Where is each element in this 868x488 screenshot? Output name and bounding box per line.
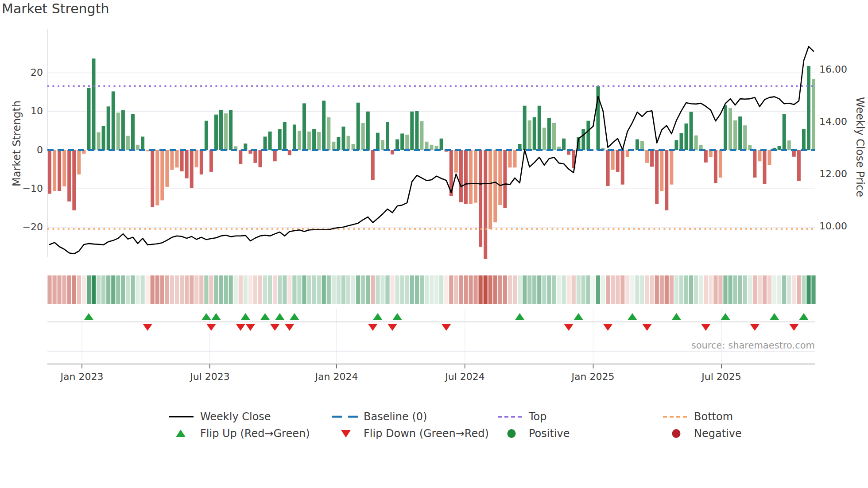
negative-bar xyxy=(645,150,649,163)
heatmap-cell xyxy=(777,275,781,304)
positive-bar xyxy=(332,142,335,150)
heatmap-cell xyxy=(723,275,727,304)
positive-bar xyxy=(420,121,423,150)
heatmap-cell xyxy=(97,275,101,304)
heatmap-cell xyxy=(87,275,91,304)
flip-down-marker xyxy=(245,324,255,331)
heatmap-cell xyxy=(586,275,590,304)
flip-down-marker xyxy=(442,324,451,331)
heatmap-cell xyxy=(645,275,649,304)
flip-down-marker xyxy=(285,324,294,331)
heatmap-cell xyxy=(356,275,360,304)
heatmap-cell xyxy=(199,275,203,304)
flip-down-marker xyxy=(701,324,711,331)
negative-bar xyxy=(259,150,262,167)
heatmap-cell xyxy=(782,275,786,304)
heatmap-cell xyxy=(400,275,404,304)
positive-bar xyxy=(518,144,522,150)
flip-up-marker xyxy=(84,313,93,320)
flip-up-marker xyxy=(721,313,730,320)
positive-bar xyxy=(636,139,639,150)
heatmap-cell xyxy=(611,275,615,304)
heatmap-cell xyxy=(484,275,488,304)
positive-bar xyxy=(538,106,541,150)
negative-bar xyxy=(616,150,620,172)
negative-bar xyxy=(200,150,203,174)
heatmap-cell xyxy=(473,275,477,304)
legend-label-flip-up: Flip Up (Red→Green) xyxy=(200,427,310,440)
legend-label-negative: Negative xyxy=(694,427,742,440)
heatmap-cell xyxy=(391,275,395,304)
positive-bar xyxy=(347,136,350,150)
positive-bar xyxy=(244,143,247,150)
negative-bar xyxy=(288,150,291,155)
heatmap-cell xyxy=(190,275,194,304)
negative-bar xyxy=(72,150,76,210)
positive-bar xyxy=(381,140,384,150)
positive-bar xyxy=(597,86,600,150)
flip-down-marker xyxy=(236,324,245,331)
positive-bar xyxy=(116,112,120,150)
negative-bar xyxy=(160,150,164,200)
flip-up-marker xyxy=(275,313,285,320)
heatmap-cell xyxy=(713,275,717,304)
heatmap-cell xyxy=(67,275,71,304)
heatmap-cell xyxy=(131,275,135,304)
heatmap-cell xyxy=(704,275,708,304)
negative-bar xyxy=(493,150,497,222)
heatmap-cell xyxy=(449,275,453,304)
positive-bar xyxy=(337,137,340,150)
positive-bar xyxy=(141,137,144,151)
positive-bar xyxy=(366,112,370,150)
negative-bar xyxy=(704,150,708,163)
negative-bar xyxy=(190,150,194,188)
heatmap-cell xyxy=(175,275,179,304)
flip-down-marker xyxy=(143,324,152,331)
heatmap-cell xyxy=(743,275,747,304)
positive-bar xyxy=(542,128,546,150)
positive-bar xyxy=(102,126,105,150)
legend-flip-up-icon xyxy=(176,430,186,437)
heatmap-cell xyxy=(772,275,776,304)
heatmap-cell xyxy=(165,275,169,304)
negative-bar xyxy=(48,150,51,194)
positive-bar xyxy=(586,121,590,150)
positive-bar xyxy=(562,139,566,150)
heatmap-cell xyxy=(322,275,326,304)
heatmap-cell xyxy=(552,275,556,304)
heatmap-cell xyxy=(106,275,110,304)
heatmap-cell xyxy=(312,275,316,304)
positive-bar xyxy=(376,133,380,150)
market-strength-chart xyxy=(0,0,868,488)
heatmap-cell xyxy=(297,275,301,304)
heatmap-cell xyxy=(101,275,105,304)
negative-bar xyxy=(155,150,159,205)
heatmap-cell xyxy=(283,275,287,304)
negative-bar xyxy=(175,150,179,167)
heatmap-cell xyxy=(694,275,698,304)
flip-down-marker xyxy=(642,324,652,331)
positive-bar xyxy=(528,120,531,150)
heatmap-cell xyxy=(434,275,438,304)
heatmap-cell xyxy=(562,275,566,304)
positive-bar xyxy=(317,132,321,150)
heatmap-cell xyxy=(728,275,732,304)
heatmap-cell xyxy=(689,275,693,304)
heatmap-cell xyxy=(185,275,189,304)
heatmap-cell xyxy=(699,275,703,304)
negative-bar xyxy=(670,150,673,185)
heatmap-cell xyxy=(635,275,639,304)
heatmap-cell xyxy=(454,275,458,304)
negative-bar xyxy=(714,150,717,183)
heatmap-cell xyxy=(253,275,257,304)
flip-up-marker xyxy=(799,313,809,320)
positive-bar xyxy=(395,139,399,150)
heatmap-cell xyxy=(508,275,512,304)
positive-bar xyxy=(264,137,267,151)
heatmap-cell xyxy=(557,275,561,304)
negative-bar xyxy=(626,150,629,157)
legend-label-top: Top xyxy=(529,411,547,423)
heatmap-cell xyxy=(748,275,752,304)
positive-bar xyxy=(229,110,232,150)
positive-bar xyxy=(293,124,296,150)
